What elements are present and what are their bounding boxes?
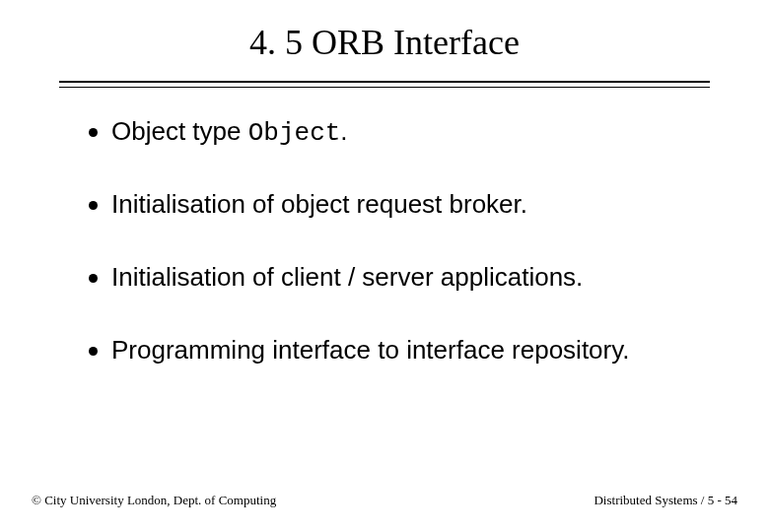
list-item: Programming interface to interface repos… — [89, 336, 730, 367]
item-text: Initialisation of client / server applic… — [111, 263, 583, 295]
item-text-prefix: Initialisation of object request broker. — [111, 189, 527, 219]
bullet-icon — [89, 201, 98, 210]
bullet-icon — [89, 274, 98, 283]
slide: 4. 5 ORB Interface Object type Object. I… — [0, 0, 769, 532]
item-text: Object type Object. — [111, 117, 348, 149]
list-item: Initialisation of client / server applic… — [89, 263, 730, 295]
list-item: Initialisation of object request broker. — [89, 190, 730, 222]
bullet-icon — [89, 128, 98, 137]
footer: © City University London, Dept. of Compu… — [0, 493, 769, 508]
list-item: Object type Object. — [89, 117, 730, 149]
item-text: Programming interface to interface repos… — [111, 336, 630, 367]
title-rule — [59, 81, 710, 88]
item-text: Initialisation of object request broker. — [111, 190, 527, 222]
content-area: Object type Object. Initialisation of ob… — [0, 117, 769, 367]
slide-title: 4. 5 ORB Interface — [0, 0, 769, 81]
item-text-prefix: Initialisation of client / server applic… — [111, 262, 583, 292]
item-text-mono: Object — [248, 118, 341, 148]
item-text-suffix: . — [340, 116, 347, 146]
bullet-icon — [89, 347, 98, 356]
footer-right: Distributed Systems / 5 - 54 — [594, 493, 737, 508]
item-text-prefix: Object type — [111, 116, 248, 146]
footer-left: © City University London, Dept. of Compu… — [32, 493, 276, 508]
item-text-prefix: Programming interface to interface repos… — [111, 335, 630, 365]
